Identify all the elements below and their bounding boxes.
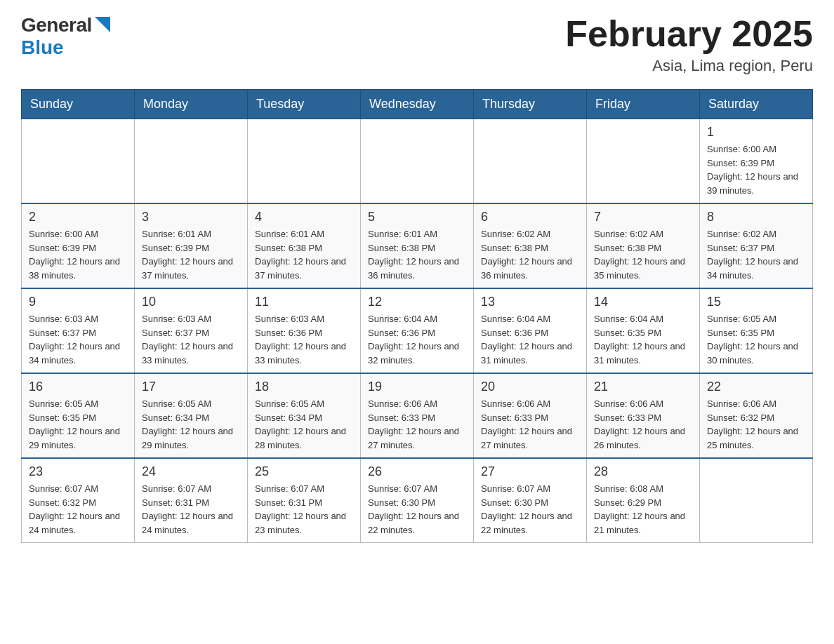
day-number: 17 bbox=[142, 380, 240, 394]
weekday-header-tuesday: Tuesday bbox=[248, 90, 361, 119]
day-number: 15 bbox=[707, 295, 805, 309]
title-section: February 2025 Asia, Lima region, Peru bbox=[565, 14, 813, 75]
day-info: Sunrise: 6:03 AMSunset: 6:36 PMDaylight:… bbox=[255, 312, 353, 367]
calendar-cell: 14Sunrise: 6:04 AMSunset: 6:35 PMDayligh… bbox=[587, 288, 700, 373]
day-info: Sunrise: 6:00 AMSunset: 6:39 PMDaylight:… bbox=[29, 227, 127, 282]
calendar-cell bbox=[248, 119, 361, 204]
weekday-header-wednesday: Wednesday bbox=[361, 90, 474, 119]
day-number: 13 bbox=[481, 295, 579, 309]
calendar-table: SundayMondayTuesdayWednesdayThursdayFrid… bbox=[21, 89, 813, 543]
calendar-cell: 15Sunrise: 6:05 AMSunset: 6:35 PMDayligh… bbox=[700, 288, 813, 373]
calendar-cell bbox=[587, 119, 700, 204]
calendar-cell: 8Sunrise: 6:02 AMSunset: 6:37 PMDaylight… bbox=[700, 203, 813, 288]
day-number: 22 bbox=[707, 380, 805, 394]
day-info: Sunrise: 6:05 AMSunset: 6:35 PMDaylight:… bbox=[707, 312, 805, 367]
day-number: 25 bbox=[255, 464, 353, 479]
calendar-cell: 2Sunrise: 6:00 AMSunset: 6:39 PMDaylight… bbox=[22, 203, 135, 288]
day-info: Sunrise: 6:02 AMSunset: 6:38 PMDaylight:… bbox=[481, 227, 579, 282]
calendar-cell: 17Sunrise: 6:05 AMSunset: 6:34 PMDayligh… bbox=[135, 373, 248, 458]
calendar-cell bbox=[22, 119, 135, 204]
calendar-cell: 24Sunrise: 6:07 AMSunset: 6:31 PMDayligh… bbox=[135, 458, 248, 543]
day-info: Sunrise: 6:06 AMSunset: 6:33 PMDaylight:… bbox=[481, 397, 579, 452]
day-info: Sunrise: 6:05 AMSunset: 6:34 PMDaylight:… bbox=[255, 397, 353, 452]
day-number: 10 bbox=[142, 295, 240, 309]
calendar-cell: 3Sunrise: 6:01 AMSunset: 6:39 PMDaylight… bbox=[135, 203, 248, 288]
day-number: 24 bbox=[142, 464, 240, 479]
calendar-cell: 6Sunrise: 6:02 AMSunset: 6:38 PMDaylight… bbox=[474, 203, 587, 288]
day-info: Sunrise: 6:06 AMSunset: 6:33 PMDaylight:… bbox=[594, 397, 692, 452]
day-number: 5 bbox=[368, 210, 466, 224]
day-info: Sunrise: 6:05 AMSunset: 6:34 PMDaylight:… bbox=[142, 397, 240, 452]
day-number: 19 bbox=[368, 380, 466, 394]
logo-triangle-icon bbox=[95, 17, 110, 32]
calendar-cell: 4Sunrise: 6:01 AMSunset: 6:38 PMDaylight… bbox=[248, 203, 361, 288]
day-number: 11 bbox=[255, 295, 353, 309]
day-number: 26 bbox=[368, 464, 466, 479]
calendar-cell: 22Sunrise: 6:06 AMSunset: 6:32 PMDayligh… bbox=[700, 373, 813, 458]
calendar-cell: 21Sunrise: 6:06 AMSunset: 6:33 PMDayligh… bbox=[587, 373, 700, 458]
calendar-cell bbox=[474, 119, 587, 204]
logo: General Blue bbox=[21, 14, 110, 59]
day-info: Sunrise: 6:05 AMSunset: 6:35 PMDaylight:… bbox=[29, 397, 127, 452]
calendar-cell: 7Sunrise: 6:02 AMSunset: 6:38 PMDaylight… bbox=[587, 203, 700, 288]
calendar-cell: 16Sunrise: 6:05 AMSunset: 6:35 PMDayligh… bbox=[22, 373, 135, 458]
page-header: General Blue February 2025 Asia, Lima re… bbox=[21, 14, 813, 75]
day-info: Sunrise: 6:04 AMSunset: 6:36 PMDaylight:… bbox=[481, 312, 579, 367]
day-number: 18 bbox=[255, 380, 353, 394]
day-number: 23 bbox=[29, 464, 127, 479]
day-number: 7 bbox=[594, 210, 692, 224]
calendar-cell bbox=[361, 119, 474, 204]
day-number: 9 bbox=[29, 295, 127, 309]
day-info: Sunrise: 6:07 AMSunset: 6:30 PMDaylight:… bbox=[481, 482, 579, 537]
calendar-cell bbox=[135, 119, 248, 204]
day-number: 20 bbox=[481, 380, 579, 394]
day-number: 4 bbox=[255, 210, 353, 224]
day-info: Sunrise: 6:08 AMSunset: 6:29 PMDaylight:… bbox=[594, 482, 692, 537]
calendar-cell: 5Sunrise: 6:01 AMSunset: 6:38 PMDaylight… bbox=[361, 203, 474, 288]
day-number: 27 bbox=[481, 464, 579, 479]
calendar-week-row: 9Sunrise: 6:03 AMSunset: 6:37 PMDaylight… bbox=[22, 288, 813, 373]
calendar-cell: 9Sunrise: 6:03 AMSunset: 6:37 PMDaylight… bbox=[22, 288, 135, 373]
weekday-header-friday: Friday bbox=[587, 90, 700, 119]
day-info: Sunrise: 6:02 AMSunset: 6:38 PMDaylight:… bbox=[594, 227, 692, 282]
day-info: Sunrise: 6:00 AMSunset: 6:39 PMDaylight:… bbox=[707, 142, 805, 197]
day-number: 6 bbox=[481, 210, 579, 224]
calendar-cell: 12Sunrise: 6:04 AMSunset: 6:36 PMDayligh… bbox=[361, 288, 474, 373]
calendar-cell: 23Sunrise: 6:07 AMSunset: 6:32 PMDayligh… bbox=[22, 458, 135, 543]
weekday-header-monday: Monday bbox=[135, 90, 248, 119]
day-number: 21 bbox=[594, 380, 692, 394]
day-info: Sunrise: 6:01 AMSunset: 6:38 PMDaylight:… bbox=[255, 227, 353, 282]
day-info: Sunrise: 6:04 AMSunset: 6:36 PMDaylight:… bbox=[368, 312, 466, 367]
calendar-week-row: 23Sunrise: 6:07 AMSunset: 6:32 PMDayligh… bbox=[22, 458, 813, 543]
day-info: Sunrise: 6:06 AMSunset: 6:32 PMDaylight:… bbox=[707, 397, 805, 452]
day-info: Sunrise: 6:01 AMSunset: 6:38 PMDaylight:… bbox=[368, 227, 466, 282]
day-info: Sunrise: 6:03 AMSunset: 6:37 PMDaylight:… bbox=[29, 312, 127, 367]
calendar-cell: 19Sunrise: 6:06 AMSunset: 6:33 PMDayligh… bbox=[361, 373, 474, 458]
calendar-cell: 1Sunrise: 6:00 AMSunset: 6:39 PMDaylight… bbox=[700, 119, 813, 204]
calendar-cell: 26Sunrise: 6:07 AMSunset: 6:30 PMDayligh… bbox=[361, 458, 474, 543]
day-number: 16 bbox=[29, 380, 127, 394]
day-number: 28 bbox=[594, 464, 692, 479]
day-info: Sunrise: 6:07 AMSunset: 6:31 PMDaylight:… bbox=[255, 482, 353, 537]
weekday-header-thursday: Thursday bbox=[474, 90, 587, 119]
calendar-cell: 10Sunrise: 6:03 AMSunset: 6:37 PMDayligh… bbox=[135, 288, 248, 373]
calendar-title: February 2025 bbox=[565, 14, 813, 54]
day-info: Sunrise: 6:04 AMSunset: 6:35 PMDaylight:… bbox=[594, 312, 692, 367]
day-number: 12 bbox=[368, 295, 466, 309]
svg-marker-0 bbox=[95, 17, 110, 32]
weekday-header-sunday: Sunday bbox=[22, 90, 135, 119]
day-info: Sunrise: 6:06 AMSunset: 6:33 PMDaylight:… bbox=[368, 397, 466, 452]
calendar-week-row: 1Sunrise: 6:00 AMSunset: 6:39 PMDaylight… bbox=[22, 119, 813, 204]
day-number: 3 bbox=[142, 210, 240, 224]
day-info: Sunrise: 6:07 AMSunset: 6:31 PMDaylight:… bbox=[142, 482, 240, 537]
day-info: Sunrise: 6:07 AMSunset: 6:30 PMDaylight:… bbox=[368, 482, 466, 537]
calendar-week-row: 2Sunrise: 6:00 AMSunset: 6:39 PMDaylight… bbox=[22, 203, 813, 288]
calendar-week-row: 16Sunrise: 6:05 AMSunset: 6:35 PMDayligh… bbox=[22, 373, 813, 458]
calendar-cell: 18Sunrise: 6:05 AMSunset: 6:34 PMDayligh… bbox=[248, 373, 361, 458]
calendar-subtitle: Asia, Lima region, Peru bbox=[565, 57, 813, 75]
day-number: 1 bbox=[707, 125, 805, 140]
calendar-cell: 20Sunrise: 6:06 AMSunset: 6:33 PMDayligh… bbox=[474, 373, 587, 458]
logo-general-text: General bbox=[21, 14, 92, 36]
day-info: Sunrise: 6:01 AMSunset: 6:39 PMDaylight:… bbox=[142, 227, 240, 282]
calendar-cell: 11Sunrise: 6:03 AMSunset: 6:36 PMDayligh… bbox=[248, 288, 361, 373]
